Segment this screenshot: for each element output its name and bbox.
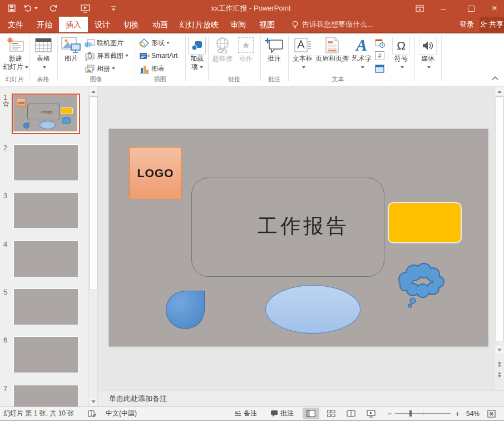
tab-view[interactable]: 视图 (253, 17, 281, 32)
fit-to-window-icon (487, 410, 496, 418)
logo-shape[interactable]: LOGO (129, 147, 182, 199)
slide-thumbnail-3[interactable] (13, 192, 78, 229)
date-time-button[interactable] (375, 37, 387, 49)
ellipse-shape[interactable] (265, 285, 360, 334)
smartart-button[interactable]: SmartArt (139, 50, 177, 62)
slide-counter[interactable]: 幻灯片 第 1 张, 共 10 张 (3, 407, 74, 420)
slide-thumbnail-7[interactable] (13, 385, 78, 407)
sign-in-link[interactable]: 登录 (459, 17, 477, 32)
notes-toggle-button[interactable]: 备注 (234, 407, 257, 420)
slide-number-button[interactable]: # (375, 50, 387, 62)
object-button[interactable] (375, 62, 387, 75)
share-button[interactable]: 共享 (480, 17, 504, 32)
tab-review[interactable]: 审阅 (224, 17, 253, 32)
title-rounded-rectangle[interactable]: 工作报告 (191, 178, 384, 277)
scrollbar-thumb[interactable] (496, 96, 503, 341)
save-button[interactable] (4, 0, 19, 17)
tab-home[interactable]: 开始 (30, 17, 59, 32)
tab-transitions[interactable]: 切换 (117, 17, 146, 32)
collapse-ribbon-button[interactable] (492, 76, 498, 80)
spell-check-button[interactable] (88, 407, 96, 420)
undo-dropdown[interactable] (34, 7, 38, 9)
new-slide-button[interactable]: 新建 幻灯片 (2, 35, 29, 71)
header-footer-button[interactable]: 页眉和页脚 (315, 35, 349, 63)
group-label-comments: 批注 (260, 75, 288, 84)
action-button[interactable]: ★ 动作 (235, 35, 257, 63)
symbol-button[interactable]: Ω 符号 (389, 35, 413, 71)
tab-slideshow[interactable]: 幻灯片放映 (175, 17, 224, 32)
online-pictures-icon (85, 38, 95, 48)
cloud-callout-shape[interactable] (393, 256, 449, 310)
teardrop-shape[interactable] (166, 291, 205, 329)
table-button[interactable]: 表格 (31, 35, 56, 71)
share-label: 共享 (489, 19, 503, 30)
notes-pane[interactable]: 单击此处添加备注 (98, 390, 504, 407)
add-ins-button[interactable]: 加载 项 (186, 35, 207, 71)
zoom-level[interactable]: 54% (466, 407, 480, 420)
scrollbar-thumb[interactable] (90, 96, 97, 290)
pictures-button[interactable]: 图片 (59, 35, 83, 63)
zoom-slider-thumb[interactable] (409, 410, 412, 417)
slide-sorter-view-button[interactable] (323, 408, 339, 419)
tell-me-placeholder: 告诉我您想要做什么... (302, 19, 373, 30)
group-label-illustrations: 插图 (135, 75, 185, 84)
scroll-up-button[interactable] (90, 87, 97, 95)
language-button[interactable]: 中文(中国) (106, 407, 137, 420)
new-comment-button[interactable]: 批注 (261, 35, 287, 63)
thumbnail-number: 7 (3, 384, 11, 393)
zoom-out-button[interactable]: − (387, 407, 392, 420)
text-box-button[interactable]: 文本框 (290, 35, 315, 71)
normal-view-button[interactable] (303, 408, 319, 419)
slide-thumbnail-1[interactable]: LOGO 工作报告 (12, 94, 80, 134)
chart-button[interactable]: 图表 (139, 62, 165, 75)
photo-album-button[interactable]: 相册 (85, 62, 115, 75)
close-button[interactable]: × (485, 0, 504, 17)
scroll-up-button[interactable] (496, 87, 503, 95)
tab-animations[interactable]: 动画 (146, 17, 175, 32)
slide-thumbnail-2[interactable] (13, 144, 78, 181)
thumbnail-scrollbar[interactable] (88, 86, 97, 407)
slide-thumbnail-5[interactable] (13, 288, 78, 325)
tab-file[interactable]: 文件 (1, 17, 30, 32)
next-slide-button[interactable] (496, 370, 503, 379)
hyperlink-button[interactable]: 超链接 (210, 35, 235, 63)
shapes-button[interactable]: 形状 (139, 37, 170, 49)
mini-ellipse-shape (39, 121, 56, 129)
slideshow-view-button[interactable] (363, 408, 379, 419)
dropdown-arrow (43, 66, 46, 68)
zoom-in-button[interactable]: + (455, 407, 459, 420)
shapes-icon (139, 38, 150, 48)
tab-insert[interactable]: 插入 (59, 17, 88, 32)
thumbnail-number: 4 (3, 240, 11, 248)
media-button[interactable]: 媒体 (416, 35, 440, 71)
mini-title-shape: 工作报告 (27, 104, 60, 120)
redo-button[interactable] (46, 0, 60, 17)
reading-view-button[interactable] (343, 408, 359, 419)
tab-design[interactable]: 设计 (88, 17, 117, 32)
zoom-slider-track[interactable] (395, 413, 451, 414)
start-slideshow-button[interactable] (77, 0, 93, 17)
customize-qat-button[interactable] (107, 0, 120, 17)
previous-slide-button[interactable] (496, 359, 503, 368)
editor-scrollbar[interactable] (494, 86, 504, 390)
slide-thumbnail-4[interactable] (13, 241, 78, 277)
online-pictures-button[interactable]: 联机图片 (85, 37, 123, 49)
customize-qat-icon (111, 6, 116, 11)
slide-editor-canvas[interactable]: LOGO 工作报告 (98, 86, 494, 390)
maximize-button[interactable] (462, 0, 481, 17)
scroll-down-button[interactable] (90, 398, 97, 405)
fit-to-window-button[interactable] (487, 407, 496, 420)
minimize-button[interactable]: – (434, 0, 453, 17)
dropdown-arrow (302, 66, 305, 68)
comments-toggle-button[interactable]: 批注 (270, 407, 294, 420)
slide-canvas[interactable]: LOGO 工作报告 (109, 129, 488, 346)
ribbon-display-options-button[interactable] (411, 0, 428, 17)
scroll-down-button[interactable] (496, 346, 503, 354)
zoom-slider[interactable] (395, 407, 451, 420)
undo-button[interactable] (22, 0, 39, 17)
slide-thumbnail-6[interactable] (13, 336, 78, 373)
yellow-rounded-rectangle[interactable] (388, 202, 462, 243)
tell-me-box[interactable]: 告诉我您想要做什么... (291, 17, 392, 32)
wordart-button[interactable]: A 艺术字 (350, 35, 373, 71)
screenshot-button[interactable]: 屏幕截图 (85, 50, 129, 62)
